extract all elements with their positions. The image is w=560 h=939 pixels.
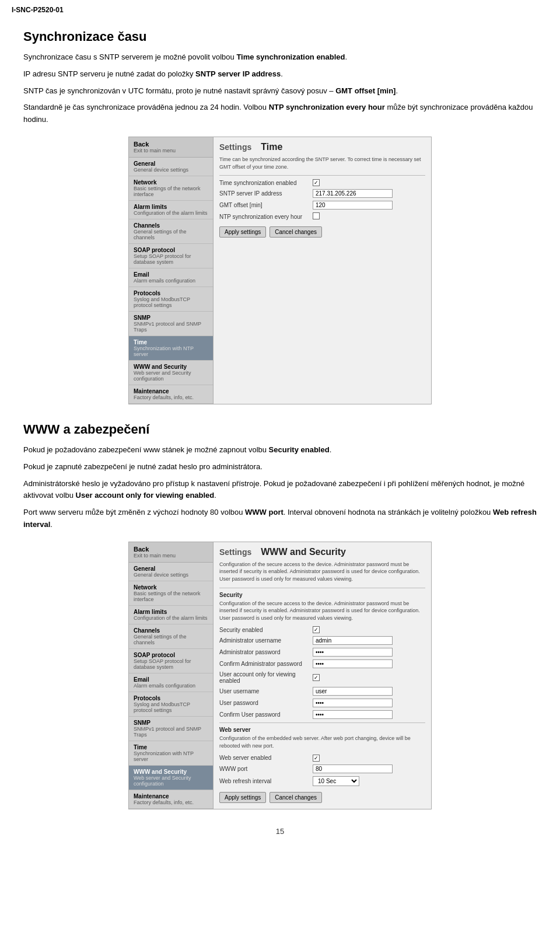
admin-password-input[interactable] — [313, 648, 393, 657]
sidebar1-item-alarm[interactable]: Alarm limits Configuration of the alarm … — [129, 201, 213, 219]
btn-row1: Apply settings Cancel changes — [219, 226, 425, 238]
cancel-changes-button2[interactable]: Cancel changes — [270, 792, 322, 803]
ntp-every-hour-row: NTP synchronization every hour — [219, 212, 425, 221]
section2-para3: Administrátorské heslo je vyžadováno pro… — [23, 478, 537, 502]
content-panel1: Settings Time Time can be synchronized a… — [214, 137, 431, 404]
confirm-admin-password-row: Confirm Administrator password — [219, 659, 425, 668]
sidebar1-item-general[interactable]: General General device settings — [129, 158, 213, 176]
section1-para3: SNTP čas je synchronizován v UTC formátu… — [23, 85, 537, 97]
panel-desc1: Time can be synchronized according the S… — [219, 156, 425, 170]
apply-settings-button2[interactable]: Apply settings — [219, 792, 266, 803]
section2-para4: Port www serveru může být změněn z výcho… — [23, 507, 537, 531]
security-header: Security — [219, 592, 425, 598]
sidebar1-item-www[interactable]: WWW and Security Web server and Security… — [129, 361, 213, 385]
apply-settings-button1[interactable]: Apply settings — [219, 226, 266, 238]
sidebar1-item-network[interactable]: Network Basic settings of the network in… — [129, 176, 213, 201]
cancel-changes-button1[interactable]: Cancel changes — [270, 226, 322, 238]
content-panel2: Settings WWW and Security Configuration … — [214, 542, 431, 809]
security-enabled-row: Security enabled ✓ — [219, 626, 425, 633]
security-desc: Configuration of the secure access to th… — [219, 600, 425, 622]
ntp-every-hour-checkbox[interactable] — [313, 212, 320, 219]
sidebar2-item-snmp[interactable]: SNMP SNMPv1 protocol and SNMP Traps — [129, 717, 213, 741]
admin-username-input[interactable] — [313, 636, 393, 645]
section2-para1: Pokud je požadováno zabezpečení www stán… — [23, 444, 537, 456]
screenshot2-box: Back Exit to main menu General General d… — [128, 542, 432, 809]
sntp-ip-row: SNTP server IP address — [219, 189, 425, 198]
admin-username-row: Administrator username — [219, 636, 425, 645]
confirm-admin-password-input[interactable] — [313, 659, 393, 668]
divider2 — [219, 588, 425, 588]
sidebar2-item-time[interactable]: Time Synchronization with NTP server — [129, 741, 213, 766]
security-enabled-checkbox[interactable]: ✓ — [313, 626, 320, 633]
panel-desc2: Configuration of the secure access to th… — [219, 561, 425, 583]
sidebar1-back-label: Back — [134, 141, 208, 148]
sidebar1-item-snmp[interactable]: SNMP SNMPv1 protocol and SNMP Traps — [129, 312, 213, 336]
webserver-header: Web server — [219, 727, 425, 733]
section1-para4: Standardně je čas synchronizace prováděn… — [23, 102, 537, 126]
sidebar2: Back Exit to main menu General General d… — [129, 542, 214, 809]
web-refresh-row: Web refresh interval 10 Sec 30 Sec 60 Se… — [219, 776, 425, 786]
sidebar1-item-protocols[interactable]: Protocols Syslog and ModbusTCP protocol … — [129, 287, 213, 312]
divider1 — [219, 175, 425, 176]
sidebar1-item-soap[interactable]: SOAP protocol Setup SOAP protocol for da… — [129, 244, 213, 268]
settings-label1: Settings — [219, 142, 251, 152]
sidebar2-item-www[interactable]: WWW and Security Web server and Security… — [129, 766, 213, 790]
web-server-enabled-row: Web server enabled ✓ — [219, 755, 425, 762]
user-password-row: User password — [219, 699, 425, 707]
admin-password-row: Administrator password — [219, 648, 425, 657]
section2-title: WWW a zabezpečení — [23, 422, 537, 437]
user-password-input[interactable] — [313, 699, 393, 707]
www-port-row: WWW port — [219, 765, 425, 773]
webserver-desc: Configuration of the embedded web server… — [219, 735, 425, 749]
sidebar2-back[interactable]: Back Exit to main menu — [129, 542, 213, 563]
user-viewing-row: User account only for viewing enabled ✓ — [219, 671, 425, 684]
section1-para1: Synchronizace času s SNTP serverem je mo… — [23, 51, 537, 64]
sidebar2-item-general[interactable]: General General device settings — [129, 563, 213, 581]
sidebar2-item-network[interactable]: Network Basic settings of the network in… — [129, 581, 213, 606]
sidebar1-back[interactable]: Back Exit to main menu — [129, 137, 213, 158]
btn-row2: Apply settings Cancel changes — [219, 792, 425, 803]
user-viewing-checkbox[interactable]: ✓ — [313, 674, 320, 681]
sidebar2-item-alarm[interactable]: Alarm limits Configuration of the alarm … — [129, 606, 213, 624]
time-sync-row: Time synchronization enabled ✓ — [219, 179, 425, 186]
sidebar1-item-channels[interactable]: Channels General settings of the channel… — [129, 219, 213, 244]
divider3 — [219, 722, 425, 723]
confirm-user-password-input[interactable] — [313, 710, 393, 719]
web-refresh-select[interactable]: 10 Sec 30 Sec 60 Sec — [313, 776, 359, 786]
sntp-ip-input[interactable] — [313, 189, 393, 198]
section2-para2: Pokud je zapnuté zabezpečení je nutné za… — [23, 461, 537, 473]
sidebar2-back-label: Back — [134, 546, 208, 553]
sidebar2-item-protocols[interactable]: Protocols Syslog and ModbusTCP protocol … — [129, 692, 213, 717]
time-sync-checkbox[interactable]: ✓ — [313, 179, 320, 186]
sidebar1-item-email[interactable]: Email Alarm emails configuration — [129, 268, 213, 287]
user-username-input[interactable] — [313, 687, 393, 696]
panel-title1: Time — [261, 142, 282, 152]
panel-title2: WWW and Security — [261, 547, 346, 557]
web-server-enabled-checkbox[interactable]: ✓ — [313, 755, 320, 762]
sidebar2-item-soap[interactable]: SOAP protocol Setup SOAP protocol for da… — [129, 649, 213, 673]
sidebar2-item-channels[interactable]: Channels General settings of the channel… — [129, 624, 213, 649]
gmt-offset-input[interactable] — [313, 201, 393, 210]
settings-label2: Settings — [219, 547, 251, 557]
sidebar2-item-maintenance[interactable]: Maintenance Factory defaults, info, etc. — [129, 790, 213, 809]
section1-para2: IP adresu SNTP serveru je nutné zadat do… — [23, 68, 537, 81]
sidebar1-back-sub: Exit to main menu — [134, 148, 208, 153]
sidebar1-item-maintenance[interactable]: Maintenance Factory defaults, info, etc. — [129, 385, 213, 404]
sidebar2-item-email[interactable]: Email Alarm emails configuration — [129, 673, 213, 692]
confirm-user-password-row: Confirm User password — [219, 710, 425, 719]
www-port-input[interactable] — [313, 765, 393, 773]
gmt-offset-row: GMT offset [min] — [219, 201, 425, 210]
sidebar1: Back Exit to main menu General General d… — [129, 137, 214, 404]
user-username-row: User username — [219, 687, 425, 696]
section1-title: Synchronizace času — [23, 29, 537, 44]
sidebar2-back-sub: Exit to main menu — [134, 553, 208, 558]
sidebar1-item-time[interactable]: Time Synchronization with NTP server — [129, 336, 213, 361]
page-number: 15 — [23, 827, 537, 836]
page-header-id: I-SNC-P2520-01 — [12, 6, 64, 14]
screenshot1-box: Back Exit to main menu General General d… — [128, 137, 432, 404]
